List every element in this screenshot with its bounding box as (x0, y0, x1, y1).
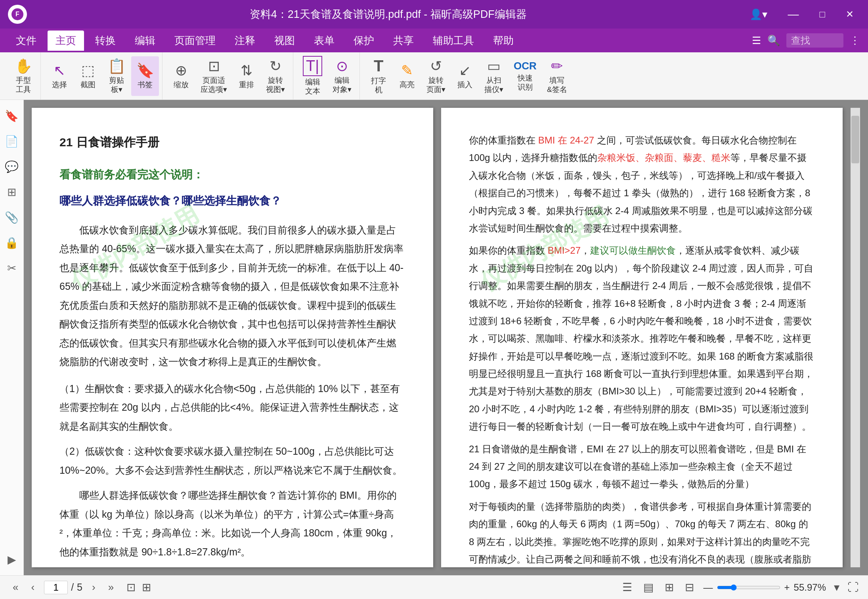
typewriter-label: 打字机 (371, 77, 386, 95)
toolbar: ✋ 手型工具 ↖ 选择 ⬚ 截图 📋 剪贴板▾ 🔖 书签 ⊕ 缩放 ⊡ 页面适应… (0, 52, 868, 100)
edit-text-btn[interactable]: T| 编辑文本 (298, 56, 327, 96)
scan-label: 从扫描仪▾ (484, 76, 503, 94)
account-btn[interactable]: 👤▾ (743, 7, 774, 22)
insert-btn[interactable]: ↙ 插入 (451, 56, 479, 96)
fullscreen-btn[interactable]: ⛶ (847, 581, 858, 594)
zoom-control: — + 55.97% (704, 582, 826, 593)
ocr-icon: OCR (514, 60, 537, 72)
sidebar-attachments-icon[interactable]: 📎 (2, 208, 21, 227)
bookmark-icon: 🔖 (136, 62, 154, 79)
sidebar-arrow-icon[interactable]: ▶ (2, 550, 21, 569)
scan-icon: ▭ (487, 58, 501, 75)
doc-title: 21 日食谱操作手册 (59, 132, 405, 153)
edit-obj-icon: ⊙ (336, 58, 348, 75)
menu-protect[interactable]: 保护 (346, 31, 382, 51)
menu-form[interactable]: 表单 (306, 31, 342, 51)
zoom-minus-btn[interactable]: — (704, 582, 713, 593)
nav-last-btn[interactable]: » (105, 580, 117, 595)
menu-edit[interactable]: 编辑 (127, 31, 163, 51)
right-page-panel[interactable]: 仅供内部使用 你的体重指数在 BMI 在 24-27 之间，可尝试低碳饮食。每日… (441, 108, 843, 567)
main-area: 🔖 📄 💬 ⊞ 📎 🔒 ✂ ▶ 仅供内部使用 21 日食谱操作手册 看食谱前务必… (0, 100, 868, 575)
para-1: 低碳水饮食到底摄入多少碳水算低呢。我们目前很多人的碳水摄入量是占总热量的 40-… (59, 221, 405, 371)
fit-page-btn[interactable]: ⊡ 页面适应选项▾ (196, 56, 232, 96)
page-info: / 5 (44, 581, 82, 594)
select-label: 选择 (52, 80, 67, 90)
menu-overflow-btn[interactable]: ☰ (752, 34, 761, 47)
sidebar-pages-icon[interactable]: 📄 (2, 132, 21, 151)
scan-btn[interactable]: ▭ 从扫描仪▾ (480, 56, 508, 96)
fill-sign-btn[interactable]: ✏ 填写&签名 (542, 56, 572, 96)
typewriter-btn[interactable]: T 打字机 (365, 56, 392, 96)
highlight-btn[interactable]: ✎ 高亮 (393, 56, 421, 96)
view-btn-2[interactable]: ▤ (642, 579, 655, 595)
view-btn-3[interactable]: ⊞ (663, 579, 675, 595)
hand-icon: ✋ (15, 58, 33, 75)
maximize-btn[interactable]: □ (813, 7, 832, 21)
menu-help[interactable]: 帮助 (485, 31, 522, 51)
right-para-1: 你的体重指数在 BMI 在 24-27 之间，可尝试低碳饮食。每日碳水化合物控制… (469, 132, 815, 237)
right-para-2: 如果你的体重指数 BMI>27，建议可以做生酮饮食，逐渐从戒零食饮料、减少碳水，… (469, 242, 815, 435)
search-icon[interactable]: 🔍 (767, 34, 780, 47)
right-scrollbar[interactable] (851, 108, 860, 567)
fill-sign-icon: ✏ (551, 58, 563, 75)
edit-text-icon: T| (303, 56, 322, 76)
scrollbar-thumb[interactable] (851, 116, 859, 163)
minimize-btn[interactable]: — (782, 6, 805, 22)
menu-view[interactable]: 视图 (266, 31, 303, 51)
nav-next-btn[interactable]: › (89, 580, 99, 595)
sidebar-layers-icon[interactable]: ⊞ (2, 182, 21, 201)
rotate-page-btn[interactable]: ↺ 旋转页面▾ (422, 56, 450, 96)
search-input[interactable] (791, 35, 839, 46)
doc-question: 哪些人群选择低碳饮食？哪些选择生酮饮食？ (59, 191, 405, 211)
toolbar-group-view: ⊕ 缩放 ⊡ 页面适应选项▾ ⇅ 重排 ↻ 旋转视图▾ (164, 52, 293, 100)
insert-pages-btn[interactable]: ⊞ (142, 581, 151, 594)
zoom-input-btn[interactable]: ▾ (834, 581, 839, 594)
clipboard-btn[interactable]: 📋 剪贴板▾ (103, 56, 130, 96)
left-page-panel[interactable]: 仅供内部使用 21 日食谱操作手册 看食谱前务必看完这个说明： 哪些人群选择低碳… (32, 108, 433, 567)
menu-file[interactable]: 文件 (8, 31, 44, 51)
zoom-btn[interactable]: ⊕ 缩放 (167, 56, 195, 96)
nav-first-btn[interactable]: « (10, 580, 21, 595)
view-btn-1[interactable]: ☰ (621, 579, 634, 595)
menu-convert[interactable]: 转换 (87, 31, 124, 51)
sidebar-bookmark-icon[interactable]: 🔖 (2, 106, 21, 125)
page-total: 5 (77, 582, 82, 593)
reorder-btn[interactable]: ⇅ 重排 (233, 56, 260, 96)
select-btn[interactable]: ↖ 选择 (46, 56, 73, 96)
nav-prev-btn[interactable]: ‹ (28, 580, 38, 595)
fill-sign-label: 填写&签名 (547, 76, 567, 94)
page-separator: / (71, 582, 74, 593)
page-number-input[interactable] (44, 581, 68, 594)
rotate-page-label: 旋转页面▾ (426, 76, 445, 94)
close-btn[interactable]: ✕ (839, 7, 860, 21)
zoom-value: 55.97% (794, 582, 826, 593)
bookmark-btn[interactable]: 🔖 书签 (131, 56, 159, 96)
screenshot-btn[interactable]: ⬚ 截图 (74, 56, 102, 96)
sidebar-security-icon[interactable]: 🔒 (2, 233, 21, 252)
sidebar-comments-icon[interactable]: 💬 (2, 157, 21, 176)
extract-page-btn[interactable]: ⊡ (126, 581, 136, 594)
more-btn[interactable]: ⋮ (850, 34, 860, 47)
food-label-red: 杂粮米饭、杂粮面、藜麦、糙米 (597, 152, 730, 163)
zoom-slider[interactable] (717, 584, 780, 591)
menu-tools[interactable]: 辅助工具 (425, 31, 482, 51)
menubar: 文件 主页 转换 编辑 页面管理 注释 视图 表单 保护 共享 辅助工具 帮助 … (0, 29, 868, 52)
menu-home[interactable]: 主页 (48, 31, 84, 51)
view-btn-4[interactable]: ⊟ (683, 579, 696, 595)
edit-obj-btn[interactable]: ⊙ 编辑对象▾ (328, 56, 356, 96)
toolbar-group-edit: T| 编辑文本 ⊙ 编辑对象▾ (295, 52, 360, 100)
right-para-4: 对于每顿肉的量（选择带脂肪的肉类），食谱供参考，可根据自身体重计算需要的肉的重量… (469, 498, 815, 567)
hand-tool-btn[interactable]: ✋ 手型工具 (10, 56, 37, 96)
menu-page-mgmt[interactable]: 页面管理 (166, 31, 224, 51)
rotate-view-btn[interactable]: ↻ 旋转视图▾ (261, 56, 290, 96)
sidebar-stamps-icon[interactable]: ✂ (2, 258, 21, 277)
menu-annotate[interactable]: 注释 (227, 31, 263, 51)
typewriter-icon: T (374, 57, 383, 75)
para-3: （2）低碳饮食：这种饮食要求碳水摄入量控制在 50~100g，占总供能比可达 1… (59, 442, 405, 480)
menu-share[interactable]: 共享 (385, 31, 422, 51)
ocr-btn[interactable]: OCR 快速识别 (509, 56, 541, 96)
bmi-gt27-label: BMI>27 (548, 245, 581, 256)
bookmark-label: 书签 (138, 80, 153, 90)
zoom-plus-btn[interactable]: + (784, 582, 790, 593)
highlight-label: 高亮 (400, 80, 415, 90)
